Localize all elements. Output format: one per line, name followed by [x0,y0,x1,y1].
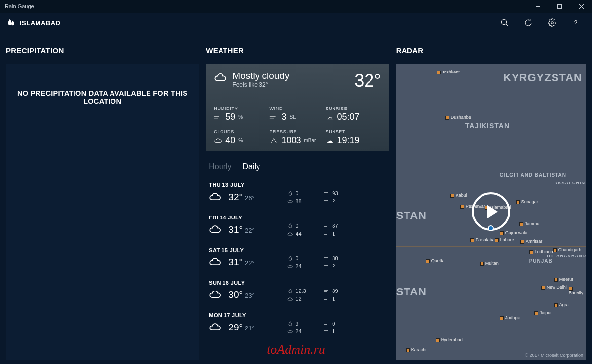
forecast-day[interactable]: FRI 14 JULY 31°22° 0 87 44 1 [209,211,389,240]
location-marker [488,225,494,231]
radar-header: RADAR [396,46,586,55]
forecast-date: FRI 14 JULY [209,215,389,220]
map-label: PUNJAB [529,258,553,264]
window-title: Rain Gauge [5,3,34,9]
city-label: New Delhi [541,285,567,290]
temp-low: 22° [245,227,255,234]
map-label-partial: STAN [396,209,427,222]
svg-point-4 [501,19,507,25]
temp-high: 31° [228,257,243,268]
map-attribution: © 2017 Microsoft Corporation [525,353,583,358]
help-button[interactable] [570,17,581,28]
precip-amount: 0 [287,255,311,261]
city-label: Karachi [406,347,427,352]
cloud-icon [214,73,227,83]
forecast-date: SUN 16 JULY [209,280,389,286]
precip-amount: 0 [287,223,311,229]
cloud-cover: 24 [287,328,311,334]
temp-high: 32° [228,192,243,203]
gust-value: 1 [324,328,347,334]
city-label: Hyderabad [436,337,463,342]
maximize-button[interactable] [549,0,570,13]
temp-low: 21° [245,325,255,332]
pressure-stat: PRESSURE 1003mBar [269,129,325,146]
radar-map[interactable]: KYRGYZSTAN TAJIKISTAN GILGIT AND BALTIST… [396,64,586,360]
title-bar: Rain Gauge [0,0,592,13]
cloud-cover: 24 [287,263,311,269]
close-button[interactable] [570,0,592,13]
city-label: Srinagar [516,199,538,204]
location-name: ISLAMABAD [20,19,61,27]
precipitation-header: PRECIPITATION [6,46,199,55]
weather-icon [209,225,222,235]
temp-high: 29° [228,322,243,333]
minimize-button[interactable] [527,0,549,13]
search-button[interactable] [499,17,510,28]
current-temperature: 32° [354,71,381,91]
sunrise-stat: SUNRISE 05:07 [326,106,381,122]
wind-value: 89 [324,288,347,294]
city-label: Toshkent [437,70,460,74]
wind-value: 87 [324,223,347,229]
map-label-partial: STAN [396,286,427,298]
sunset-stat: SUNSET 19:19 [326,129,381,146]
wind-value: 80 [324,255,347,261]
city-label: Meerut [554,277,573,282]
precip-amount: 0 [287,190,311,196]
tab-hourly[interactable]: Hourly [209,162,231,171]
clouds-stat: CLOUDS 40% [214,129,269,146]
temp-low: 22° [245,259,255,267]
temp-low: 26° [245,194,255,202]
precip-amount: 9 [287,321,311,327]
forecast-day[interactable]: SAT 15 JULY 31°22° 0 80 24 2 [209,243,389,273]
precipitation-panel: NO PRECIPITATION DATA AVAILABLE FOR THIS… [6,64,199,360]
forecast-day[interactable]: THU 13 JULY 32°26° 0 93 88 2 [209,178,389,208]
wind-icon [269,114,278,121]
svg-rect-1 [557,4,561,8]
forecast-day[interactable]: MON 17 JULY 29°21° 9 0 24 1 [209,308,389,338]
precip-amount: 12.3 [287,288,311,294]
forecast-day[interactable]: SUN 16 JULY 30°23° 12.3 89 12 1 [209,276,389,305]
weather-icon [209,290,222,300]
forecast-date: MON 17 JULY [209,312,389,318]
pressure-icon [269,137,278,144]
location-brand[interactable]: ISLAMABAD [7,18,61,27]
sunset-icon [326,137,334,144]
map-label: GILGIT AND BALTISTAN [500,172,566,178]
city-label: Ludhiana [529,249,553,254]
city-label: Gujranwala [500,230,528,235]
wind-stat: WIND 3SE [269,106,325,122]
weather-icon [209,257,222,267]
city-label: Chandigarh [553,247,582,252]
temp-high: 30° [228,290,243,300]
forecast-date: THU 13 JULY [209,182,389,188]
city-label: Agra [554,302,569,307]
cloud-cover: 88 [287,198,311,204]
city-label: Jodhpur [500,315,521,320]
humidity-icon [214,114,222,121]
humidity-stat: HUMIDITY 59% [214,106,269,122]
gust-value: 1 [324,231,347,237]
city-label: Jaipur [534,310,552,315]
cloud-cover: 12 [287,296,311,302]
city-label: Multan [480,261,499,266]
tab-daily[interactable]: Daily [243,162,260,171]
precipitation-empty-message: NO PRECIPITATION DATA AVAILABLE FOR THIS… [6,89,199,105]
city-label: Jammu [519,221,540,226]
temp-high: 31° [228,224,243,235]
settings-button[interactable] [547,17,557,28]
forecast-list: THU 13 JULY 32°26° 0 93 88 2 FRI 14 JULY… [206,178,389,338]
gust-value: 2 [324,198,347,204]
forecast-date: SAT 15 JULY [209,247,389,253]
map-label: KYRGYZSTAN [503,72,582,84]
feels-like-text: Feels like 32° [232,81,349,88]
weather-icon [209,192,222,202]
refresh-button[interactable] [523,17,534,28]
city-label: Faisalabad [470,237,497,242]
current-conditions-card: Mostly cloudy Feels like 32° 32° HUMIDIT… [206,64,389,151]
city-label: Dushanbe [445,115,471,120]
city-label: Lahore [495,237,514,242]
city-label: Quetta [426,258,444,263]
cloud-cover: 44 [287,231,311,237]
city-label: Bareilly [569,286,586,295]
